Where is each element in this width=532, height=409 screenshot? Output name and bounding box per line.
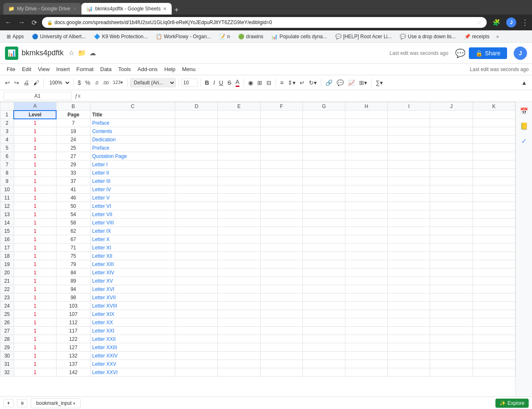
extension-icon[interactable]: 🧩 bbox=[493, 19, 500, 26]
cell-e15[interactable] bbox=[218, 227, 260, 235]
cell-reference-input[interactable] bbox=[3, 92, 71, 100]
user-avatar[interactable]: J bbox=[514, 47, 527, 60]
cell-h22[interactable] bbox=[345, 285, 388, 293]
cell-i17[interactable] bbox=[388, 244, 430, 252]
cell-g12[interactable] bbox=[303, 202, 345, 210]
cell-i12[interactable] bbox=[388, 202, 430, 210]
cell-a28[interactable]: 1 bbox=[14, 335, 56, 343]
cell-g1[interactable] bbox=[303, 111, 345, 119]
cell-h12[interactable] bbox=[345, 202, 388, 210]
menu-data[interactable]: Data bbox=[97, 65, 115, 73]
link-button[interactable]: 🔗 bbox=[324, 77, 334, 88]
cell-j10[interactable] bbox=[430, 185, 473, 194]
bookmark-star-icon[interactable]: ☆ bbox=[476, 19, 482, 26]
cell-b10[interactable]: 41 bbox=[56, 185, 90, 194]
cell-c28[interactable]: Letter XXII bbox=[90, 335, 175, 343]
cell-i22[interactable] bbox=[388, 285, 430, 293]
cell-a4[interactable]: 1 bbox=[14, 136, 56, 144]
cell-k10[interactable] bbox=[473, 185, 515, 194]
cell-a21[interactable]: 1 bbox=[14, 277, 56, 285]
cell-b24[interactable]: 103 bbox=[56, 302, 90, 310]
cell-g7[interactable] bbox=[303, 160, 345, 169]
cell-j27[interactable] bbox=[430, 327, 473, 335]
cell-f14[interactable] bbox=[260, 219, 303, 227]
cell-b20[interactable]: 84 bbox=[56, 269, 90, 277]
cell-e22[interactable] bbox=[218, 285, 260, 293]
cell-i23[interactable] bbox=[388, 293, 430, 302]
explore-button[interactable]: ✨ Explore bbox=[495, 399, 529, 408]
cell-c21[interactable]: Letter XV bbox=[90, 277, 175, 285]
cell-e21[interactable] bbox=[218, 277, 260, 285]
cell-k6[interactable] bbox=[473, 152, 515, 160]
cell-a10[interactable]: 1 bbox=[14, 185, 56, 194]
cell-k30[interactable] bbox=[473, 352, 515, 360]
col-header-g[interactable]: G bbox=[303, 102, 345, 111]
functions-button[interactable]: ∑▾ bbox=[374, 77, 384, 88]
cell-h26[interactable] bbox=[345, 318, 388, 327]
cell-f28[interactable] bbox=[260, 335, 303, 343]
bold-button[interactable]: B bbox=[203, 77, 211, 88]
col-header-b[interactable]: B bbox=[56, 102, 90, 111]
cell-f11[interactable] bbox=[260, 194, 303, 202]
cell-a3[interactable]: 1 bbox=[14, 127, 56, 136]
cell-c4[interactable]: Dedication bbox=[90, 136, 175, 144]
cell-g11[interactable] bbox=[303, 194, 345, 202]
cell-j23[interactable] bbox=[430, 293, 473, 302]
cell-k19[interactable] bbox=[473, 260, 515, 269]
cell-b2[interactable]: 7 bbox=[56, 119, 90, 127]
font-color-button[interactable]: A bbox=[234, 77, 241, 88]
cell-c1[interactable]: Title bbox=[90, 111, 175, 119]
cell-b13[interactable]: 54 bbox=[56, 210, 90, 219]
cell-e7[interactable] bbox=[218, 160, 260, 169]
cell-f10[interactable] bbox=[260, 185, 303, 194]
merge-button[interactable]: ⊟ bbox=[265, 77, 273, 88]
folder-icon[interactable]: 📁 bbox=[78, 49, 86, 57]
cell-c2[interactable]: Preface bbox=[90, 119, 175, 127]
cell-a16[interactable]: 1 bbox=[14, 235, 56, 244]
cell-e2[interactable] bbox=[218, 119, 260, 127]
cell-k32[interactable] bbox=[473, 368, 515, 377]
cell-d3[interactable] bbox=[175, 127, 218, 136]
cell-g9[interactable] bbox=[303, 177, 345, 185]
cell-j9[interactable] bbox=[430, 177, 473, 185]
cell-c19[interactable]: Letter XIII bbox=[90, 260, 175, 269]
cell-b8[interactable]: 33 bbox=[56, 169, 90, 177]
print-button[interactable]: 🖨 bbox=[22, 77, 31, 88]
cell-d8[interactable] bbox=[175, 169, 218, 177]
cell-d23[interactable] bbox=[175, 293, 218, 302]
cell-c29[interactable]: Letter XXIII bbox=[90, 343, 175, 352]
cell-a18[interactable]: 1 bbox=[14, 252, 56, 260]
cell-a2[interactable]: 1 bbox=[14, 119, 56, 127]
cell-a15[interactable]: 1 bbox=[14, 227, 56, 235]
cell-d5[interactable] bbox=[175, 144, 218, 152]
text-wrapping-button[interactable]: ↵ bbox=[298, 77, 306, 88]
cell-c11[interactable]: Letter V bbox=[90, 194, 175, 202]
cell-c6[interactable]: Quotation Page bbox=[90, 152, 175, 160]
menu-insert[interactable]: Insert bbox=[53, 65, 73, 73]
cell-i32[interactable] bbox=[388, 368, 430, 377]
cell-e32[interactable] bbox=[218, 368, 260, 377]
zoom-selector[interactable]: 100% bbox=[46, 79, 71, 87]
cell-a9[interactable]: 1 bbox=[14, 177, 56, 185]
cell-b28[interactable]: 122 bbox=[56, 335, 90, 343]
cell-h28[interactable] bbox=[345, 335, 388, 343]
cell-e4[interactable] bbox=[218, 136, 260, 144]
cell-f18[interactable] bbox=[260, 252, 303, 260]
bookmark-receipts[interactable]: 📌 receipts bbox=[461, 33, 493, 40]
underline-button[interactable]: U bbox=[217, 77, 225, 88]
cell-h30[interactable] bbox=[345, 352, 388, 360]
menu-menu[interactable]: Menu bbox=[179, 65, 199, 73]
bookmark-k9[interactable]: 🔷 K9 Web Protection... bbox=[91, 33, 151, 40]
cell-g32[interactable] bbox=[303, 368, 345, 377]
forward-button[interactable]: → bbox=[17, 17, 27, 28]
cell-b7[interactable]: 29 bbox=[56, 160, 90, 169]
cell-g30[interactable] bbox=[303, 352, 345, 360]
cell-e27[interactable] bbox=[218, 327, 260, 335]
cell-e29[interactable] bbox=[218, 343, 260, 352]
grid-scroll-area[interactable]: A B C D E F G H I J K 1LevelPageTitle217… bbox=[0, 102, 515, 397]
cell-d10[interactable] bbox=[175, 185, 218, 194]
cell-h11[interactable] bbox=[345, 194, 388, 202]
cell-i4[interactable] bbox=[388, 136, 430, 144]
cell-g4[interactable] bbox=[303, 136, 345, 144]
cell-c14[interactable]: Letter VIII bbox=[90, 219, 175, 227]
